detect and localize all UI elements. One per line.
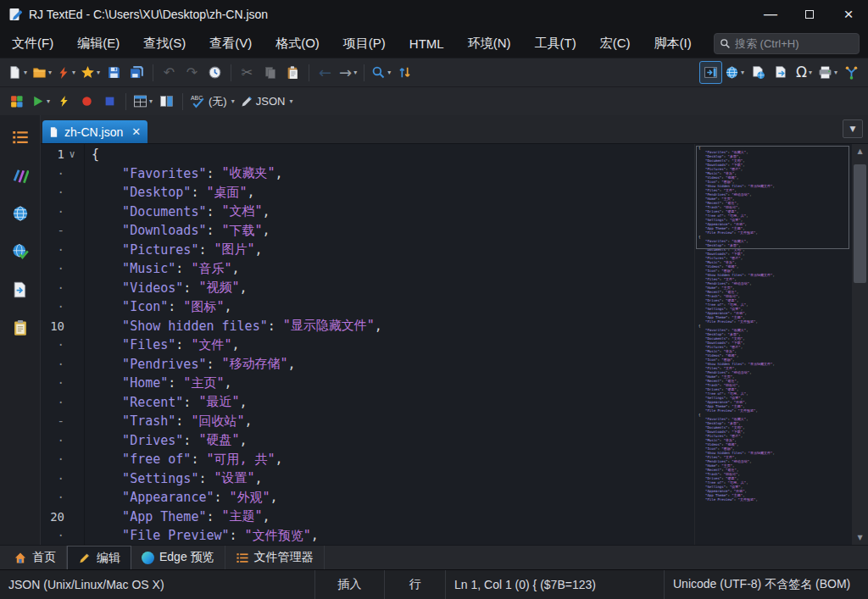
record-macro-button[interactable] bbox=[75, 90, 98, 113]
code-line[interactable]: { bbox=[92, 145, 694, 164]
copy-button[interactable] bbox=[259, 61, 281, 84]
stop-macro-button[interactable] bbox=[98, 90, 121, 113]
code-line[interactable]: "Favorites": "收藏夹", bbox=[92, 164, 694, 184]
paste-button[interactable] bbox=[281, 61, 304, 84]
themes-brush-button[interactable] bbox=[8, 164, 33, 187]
menu-item[interactable]: 编辑(E) bbox=[65, 29, 131, 58]
gutter-line[interactable]: · bbox=[41, 393, 84, 413]
export-document-button[interactable] bbox=[770, 61, 793, 84]
maximize-button[interactable] bbox=[790, 0, 829, 29]
menu-item[interactable]: 宏(C) bbox=[588, 29, 643, 58]
quick-open-button[interactable]: ▾ bbox=[54, 61, 78, 84]
minimap[interactable]: {"Favorites": "收藏夹","Desktop": "桌面","Doc… bbox=[694, 144, 852, 545]
code-line[interactable]: "Downloads": "下载", bbox=[92, 221, 694, 241]
status-wrap-mode[interactable]: 行 bbox=[385, 570, 446, 599]
gutter-line[interactable]: · bbox=[41, 164, 84, 184]
menu-item[interactable]: 格式(O) bbox=[264, 29, 331, 58]
code-line[interactable]: "Drives": "硬盘", bbox=[92, 431, 694, 451]
code-line[interactable]: "Desktop": "桌面", bbox=[92, 183, 694, 202]
vertical-scrollbar[interactable]: ▲ ▼ bbox=[852, 144, 868, 545]
gutter-line[interactable]: · bbox=[41, 526, 84, 545]
merge-button[interactable] bbox=[840, 61, 863, 84]
save-button[interactable] bbox=[103, 61, 125, 84]
gutter-line[interactable]: · bbox=[41, 259, 84, 279]
gutter-line[interactable]: · bbox=[41, 431, 84, 451]
code-line[interactable]: "File Preview": "文件预览", bbox=[92, 526, 694, 545]
grid-view-button[interactable]: ▾ bbox=[131, 90, 155, 113]
gutter-line[interactable]: · bbox=[41, 374, 84, 393]
gutter-line[interactable]: · bbox=[41, 279, 84, 298]
menu-item[interactable]: 查找(S) bbox=[131, 29, 198, 58]
menu-item[interactable]: 文件(F) bbox=[0, 29, 65, 58]
web-globe-sidebar-button[interactable] bbox=[8, 202, 33, 225]
document-list-button[interactable] bbox=[8, 125, 33, 149]
code-line[interactable]: "free of": "可用, 共", bbox=[92, 450, 694, 469]
status-encoding[interactable]: Unicode (UTF-8) 不含签名 (BOM) bbox=[665, 570, 868, 599]
gutter-line[interactable]: · bbox=[41, 336, 84, 355]
scroll-down-icon[interactable]: ▼ bbox=[852, 530, 868, 545]
code-line[interactable]: "Videos": "视频", bbox=[92, 279, 694, 298]
search-input[interactable] bbox=[735, 37, 854, 50]
navigate-back-button[interactable]: ← bbox=[314, 61, 337, 84]
code-line[interactable]: "Pictures": "图片", bbox=[92, 241, 694, 260]
menu-item[interactable]: 项目(P) bbox=[331, 29, 398, 58]
gutter-line[interactable]: · bbox=[41, 450, 84, 469]
redo-button[interactable]: ↷ bbox=[181, 61, 203, 84]
menu-item[interactable]: 脚本(I) bbox=[642, 29, 703, 58]
gutter-line[interactable]: 20 bbox=[41, 507, 84, 527]
code-line[interactable]: "App Theme": "主题", bbox=[92, 507, 694, 527]
favorites-button[interactable]: ▾ bbox=[78, 61, 103, 84]
special-characters-button[interactable]: Ω▾ bbox=[793, 61, 815, 84]
tools-bolt-button[interactable] bbox=[53, 90, 75, 113]
undo-button[interactable]: ↶ bbox=[158, 61, 181, 84]
menu-item[interactable]: 环境(N) bbox=[456, 29, 523, 58]
gutter-line[interactable]: 1∨ bbox=[41, 145, 84, 164]
code-line[interactable]: "Files": "文件", bbox=[92, 336, 694, 355]
gutter-line[interactable]: · bbox=[41, 297, 84, 317]
minimap-viewport[interactable] bbox=[696, 146, 849, 249]
code-line[interactable]: "Music": "音乐", bbox=[92, 259, 694, 279]
addons-button[interactable] bbox=[5, 90, 28, 113]
gutter-line[interactable]: · bbox=[41, 241, 84, 260]
toggle-panel-button[interactable] bbox=[699, 61, 722, 84]
new-file-button[interactable]: ▾ bbox=[5, 61, 30, 84]
code-line[interactable]: "Home": "主页", bbox=[92, 374, 694, 393]
gutter-line[interactable]: · bbox=[41, 202, 84, 222]
close-button[interactable]: × bbox=[829, 0, 868, 29]
split-view-button[interactable] bbox=[155, 90, 178, 113]
print-button[interactable]: ▾ bbox=[815, 61, 840, 84]
gutter-line[interactable]: · bbox=[41, 355, 84, 374]
save-all-button[interactable] bbox=[125, 61, 148, 84]
clipboard-button[interactable] bbox=[8, 316, 33, 340]
file-transfer-button[interactable] bbox=[8, 278, 33, 302]
tab-list-dropdown-button[interactable]: ▼ bbox=[843, 119, 863, 138]
sort-compare-button[interactable] bbox=[393, 61, 416, 84]
bottom-tab-edit[interactable]: 编辑 bbox=[67, 546, 131, 569]
browser-preview-button[interactable] bbox=[747, 61, 770, 84]
menu-item[interactable]: HTML bbox=[398, 29, 456, 58]
spell-check-button[interactable]: ABC (无) ▾ bbox=[187, 90, 237, 113]
code-line[interactable]: "Pendrives": "移动存储", bbox=[92, 355, 694, 374]
web-globe-button[interactable]: ▾ bbox=[722, 61, 747, 84]
navigate-forward-button[interactable]: →▾ bbox=[337, 61, 359, 84]
history-button[interactable] bbox=[203, 61, 226, 84]
menu-item[interactable]: 查看(V) bbox=[198, 29, 264, 58]
run-button[interactable]: ▾ bbox=[28, 90, 53, 113]
code-line[interactable]: "Icon": "图标", bbox=[92, 297, 694, 317]
scroll-up-icon[interactable]: ▲ bbox=[852, 144, 868, 158]
code-editor[interactable]: {"Favorites": "收藏夹","Desktop": "桌面","Doc… bbox=[85, 144, 694, 545]
syntax-mode-button[interactable]: JSON ▾ bbox=[237, 90, 296, 113]
status-caret-position[interactable]: Ln 1, Col 1 (0) { ($7B=123) bbox=[446, 570, 665, 599]
status-insert-mode[interactable]: 插入 bbox=[315, 570, 385, 599]
gutter-line[interactable]: · bbox=[41, 183, 84, 202]
menu-item[interactable]: 工具(T) bbox=[523, 29, 588, 58]
minimize-button[interactable]: — bbox=[751, 0, 790, 29]
bottom-tab-edge-preview[interactable]: Edge 预览 bbox=[131, 546, 225, 569]
code-line[interactable]: "Show hidden files": "显示隐藏文件", bbox=[92, 317, 694, 336]
code-line[interactable]: "Trash": "回收站", bbox=[92, 412, 694, 431]
bottom-tab-file-manager[interactable]: 文件管理器 bbox=[225, 546, 325, 569]
fold-icon[interactable]: ∨ bbox=[64, 148, 80, 160]
scrollbar-thumb[interactable] bbox=[854, 164, 866, 283]
code-line[interactable]: "Recent": "最近", bbox=[92, 393, 694, 413]
bottom-tab-home[interactable]: 首页 bbox=[3, 546, 67, 569]
